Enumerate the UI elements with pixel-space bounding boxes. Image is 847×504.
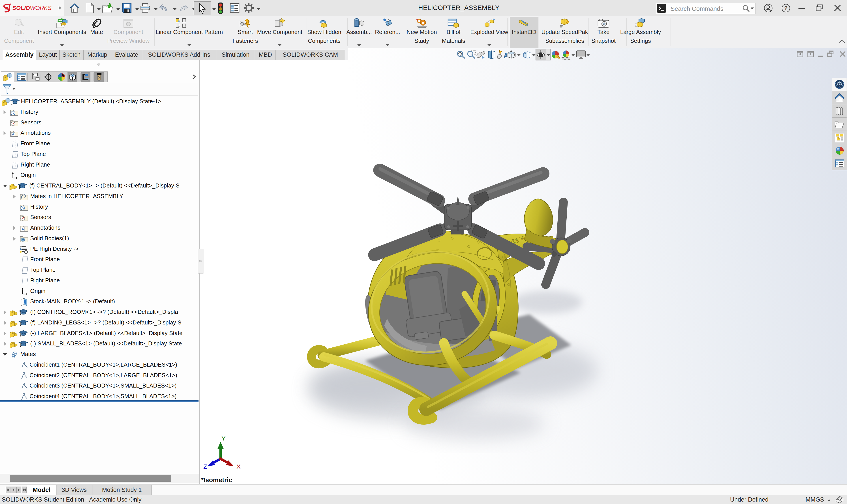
svg-text:V,R: V,R xyxy=(838,87,841,88)
svg-text:X: X xyxy=(236,463,241,470)
svg-text:?: ? xyxy=(784,5,788,12)
svg-text:A: A xyxy=(22,227,24,231)
svg-text:Y: Y xyxy=(839,80,840,83)
svg-text:SOLIDWORKS: SOLIDWORKS xyxy=(12,5,52,11)
svg-text:Y: Y xyxy=(221,436,226,442)
svg-text:3D: 3D xyxy=(836,84,839,85)
svg-text:X: X xyxy=(842,84,844,85)
svg-text:!: ! xyxy=(567,20,568,23)
svg-text:Z: Z xyxy=(203,463,207,470)
svg-text:A: A xyxy=(12,132,14,136)
